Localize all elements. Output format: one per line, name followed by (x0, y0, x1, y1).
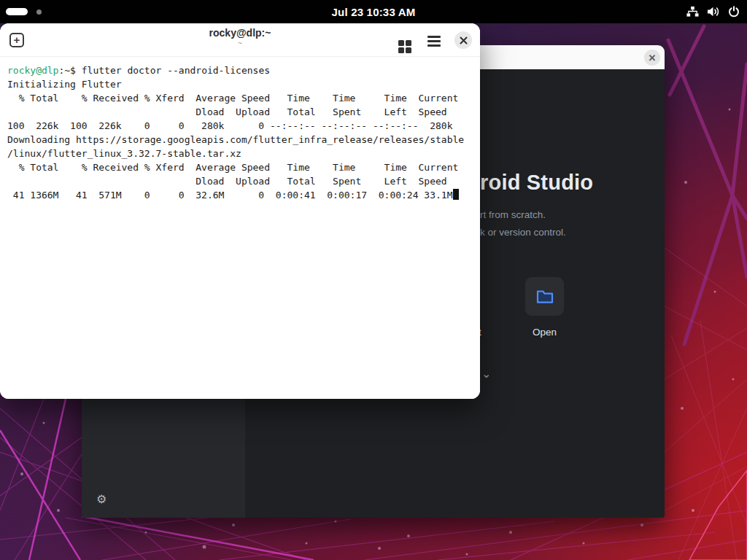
terminal-cursor (453, 189, 459, 200)
welcome-tagline-1: rt from scratch. (480, 209, 546, 220)
terminal-output-line: % Total % Received % Xferd Average Speed… (7, 91, 480, 105)
open-project-label[interactable]: Open (520, 327, 569, 338)
terminal-headerbar[interactable]: + rocky@dlp:~ ~ (0, 23, 480, 57)
settings-gear-icon[interactable]: ⚙ (96, 492, 107, 506)
progress-text: 41 1366M 41 571M 0 0 32.6M 0 0:00:41 0:0… (7, 190, 452, 201)
terminal-output-line: % Total % Received % Xferd Average Speed… (7, 160, 480, 174)
hamburger-menu-icon[interactable] (427, 36, 441, 47)
terminal-progress-line: 41 1366M 41 571M 0 0 32.6M 0 0:00:41 0:0… (7, 188, 480, 202)
prompt-user-host: rocky@dlp (7, 65, 58, 76)
network-icon (686, 6, 699, 18)
open-project-button[interactable] (525, 277, 564, 316)
workspace-inactive-dot[interactable] (36, 9, 42, 15)
terminal-output-line: Initializing Flutter (7, 77, 480, 91)
workspace-active-pill[interactable] (6, 8, 28, 15)
terminal-close-button[interactable] (454, 31, 472, 49)
system-status-area[interactable] (659, 6, 747, 18)
terminal-output-line: Dload Upload Total Spent Left Speed (7, 174, 480, 188)
tab-overview-icon[interactable] (398, 40, 411, 53)
desktop: ✕ ⚙ roid Studio rt from scratch. k or ve… (0, 0, 747, 560)
prompt-separator: :~$ (58, 65, 81, 76)
workspace-indicator[interactable] (0, 8, 88, 15)
plus-icon: + (14, 34, 20, 45)
terminal-output-line: Downloading https://storage.googleapis.c… (7, 133, 480, 147)
terminal-title: rocky@dlp:~ (0, 27, 480, 39)
android-studio-close-button[interactable]: ✕ (644, 50, 660, 66)
welcome-heading: roid Studio (480, 171, 593, 195)
prompt-command: flutter doctor --android-licenses (82, 65, 270, 76)
gnome-top-bar: Jul 23 10:33 AM (0, 0, 747, 23)
welcome-tagline-2: k or version control. (480, 227, 566, 238)
terminal-output-line: 100 226k 100 226k 0 0 280k 0 --:--:-- --… (7, 119, 480, 133)
close-icon (460, 36, 468, 44)
terminal-window: + rocky@dlp:~ ~ rocky@dlp:~$ flutter doc… (0, 23, 480, 399)
terminal-output-line: /linux/flutter_linux_3.32.7-stable.tar.x… (7, 147, 480, 160)
new-tab-button[interactable]: + (9, 33, 24, 47)
clock[interactable]: Jul 23 10:33 AM (332, 6, 416, 18)
close-icon: ✕ (649, 53, 657, 63)
power-icon (728, 6, 740, 18)
terminal-output-line: Dload Upload Total Spent Left Speed (7, 105, 480, 119)
volume-icon (707, 6, 720, 18)
terminal-prompt-line: rocky@dlp:~$ flutter doctor --android-li… (7, 63, 480, 77)
terminal-output[interactable]: rocky@dlp:~$ flutter doctor --android-li… (0, 58, 480, 399)
folder-icon (535, 289, 554, 305)
chevron-down-icon[interactable]: ⌄ (481, 367, 491, 381)
